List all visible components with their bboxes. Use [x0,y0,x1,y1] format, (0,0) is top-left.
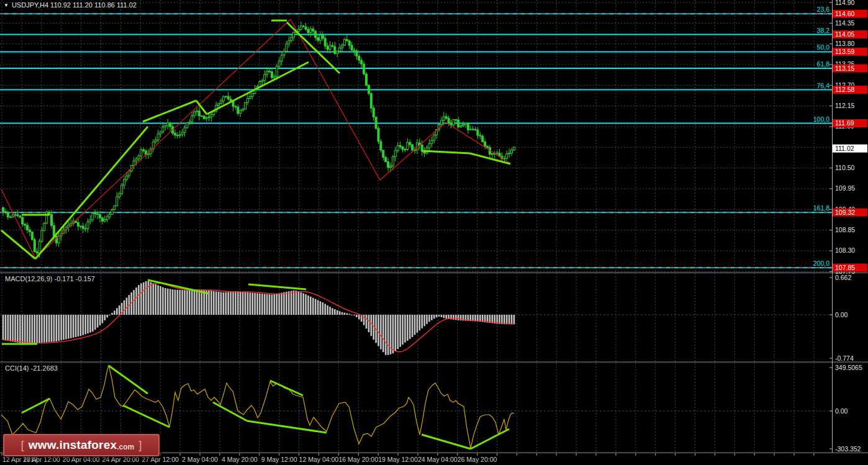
price-tick-label: 114.90 [835,0,854,6]
macd-indicator-label: MACD(12,26,9) -0.171 -0.157 [5,275,95,282]
instaforex-watermark-link[interactable]: [ www.instaforex .com ] [3,434,160,456]
time-axis-label: 26 May 20:00 [458,456,497,463]
watermark-bracket-open: [ [16,438,28,452]
ohlc-values: 110.92 111.20 110.86 111.02 [50,1,137,9]
cci-indicator-label: CCI(14) -21.2683 [5,364,58,372]
watermark-tld: .com [117,443,134,451]
fib-level-label: 38,2 [817,27,830,34]
time-axis-label: 16 May 20:00 [338,456,378,463]
price-tick-label: 108.85 [835,226,855,233]
time-axis-label: 2 May 04:00 [182,456,218,463]
chart-header: ▼USDJPY,H4 110.92 111.20 110.86 111.02 [4,1,137,9]
price-tick-label: 114.35 [835,19,854,27]
fib-price-label: 114.05 [835,30,854,38]
current-price-label: 111.02 [835,145,854,152]
fib-price-label: 112.58 [835,86,854,93]
time-axis-label: 27 Apr 12:00 [142,456,179,463]
time-axis-label: 20 Apr 04:00 [63,456,100,463]
price-tick-label: 112.15 [835,102,854,109]
fib-price-label: 109.32 [835,209,855,216]
fib-price-label: 114.60 [835,10,854,17]
indicator-axis-label: 0.662 [835,274,851,281]
fib-level-label: 50,0 [817,43,830,51]
fib-price-label: 113.59 [835,48,854,55]
price-tick-label: 108.30 [835,246,855,254]
time-axis-label: 4 May 20:00 [222,456,258,463]
fib-price-label: 111.69 [835,119,854,127]
fib-level-label: 76,4 [817,82,830,89]
chart-canvas: 114.90114.35113.80113.25112.70112.15111.… [0,0,868,465]
indicator-axis-label: 349.5065 [835,364,862,371]
watermark-text: www.instaforex [29,438,117,452]
time-axis-label: 9 May 12:00 [261,456,297,463]
indicator-axis-label: 0.00 [835,407,848,415]
price-tick-label: 109.95 [835,184,855,192]
fib-level-label: 100,0 [813,115,830,123]
fib-level-label: 61,8 [817,60,830,68]
symbol-period-label: USDJPY,H4 [12,1,48,9]
indicator-axis-label: 0.00 [835,311,848,318]
time-axis-label: 17 Apr 12:00 [23,456,60,463]
indicator-axis-label: -0.774 [835,354,854,362]
time-axis-label: 12 May 04:00 [299,456,339,463]
fib-price-label: 113.15 [835,65,854,72]
price-tick-label: 110.50 [835,164,854,171]
fib-price-label: 107.85 [835,264,855,271]
time-axis-label: 24 Apr 20:00 [102,456,140,463]
fib-level-label: 23,6 [817,6,830,13]
time-axis-label: 24 May 04:00 [418,456,458,463]
price-tick-label: 113.80 [835,40,854,47]
symbol-dropdown-icon[interactable]: ▼ [4,2,9,8]
fib-level-label: 161,8 [813,204,830,212]
indicator-axis-label: -303.352 [835,445,861,453]
time-axis-label: 19 May 12:00 [378,456,418,463]
mt4-chart-window: 114.90114.35113.80113.25112.70112.15111.… [0,0,868,465]
watermark-bracket-close: ] [134,438,146,452]
fib-level-label: 200,0 [813,260,830,267]
